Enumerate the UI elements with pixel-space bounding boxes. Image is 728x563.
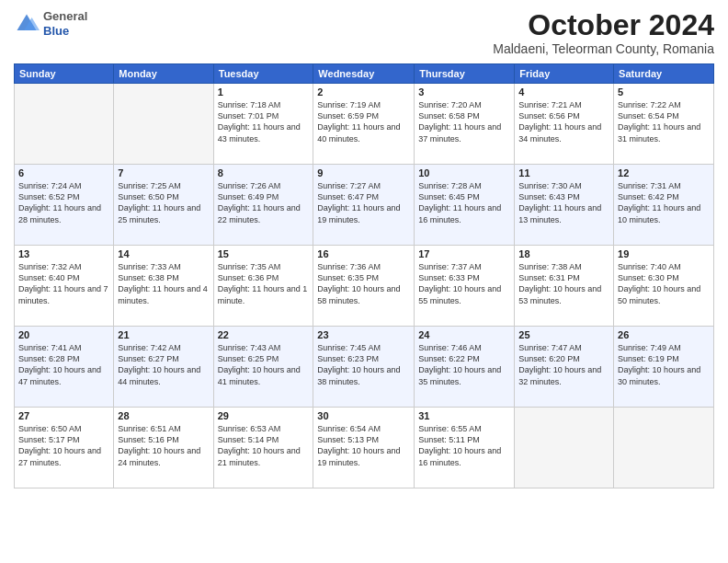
day-number: 31 [418, 410, 510, 421]
day-info: Sunrise: 7:28 AMSunset: 6:45 PMDaylight:… [418, 180, 510, 225]
day-number: 10 [418, 167, 510, 178]
day-info: Sunrise: 7:22 AMSunset: 6:54 PMDaylight:… [618, 99, 710, 144]
calendar-cell: 11Sunrise: 7:30 AMSunset: 6:43 PMDayligh… [515, 165, 614, 246]
calendar-cell: 23Sunrise: 7:45 AMSunset: 6:23 PMDayligh… [313, 327, 415, 408]
logo-icon [14, 11, 40, 37]
day-info: Sunrise: 7:24 AMSunset: 6:52 PMDaylight:… [18, 180, 109, 225]
calendar-cell: 21Sunrise: 7:42 AMSunset: 6:27 PMDayligh… [114, 327, 213, 408]
calendar-cell: 9Sunrise: 7:27 AMSunset: 6:47 PMDaylight… [313, 165, 415, 246]
weekday-header-tuesday: Tuesday [213, 64, 313, 84]
day-info: Sunrise: 7:21 AMSunset: 6:56 PMDaylight:… [518, 99, 609, 144]
day-number: 13 [18, 248, 109, 259]
calendar-cell: 16Sunrise: 7:36 AMSunset: 6:35 PMDayligh… [313, 246, 415, 327]
day-number: 1 [218, 86, 310, 98]
day-number: 6 [18, 167, 109, 178]
day-number: 12 [618, 167, 710, 178]
calendar-cell [15, 84, 114, 165]
day-info: Sunrise: 7:38 AMSunset: 6:31 PMDaylight:… [518, 261, 609, 306]
weekday-header-friday: Friday [515, 64, 614, 84]
day-number: 22 [218, 329, 310, 340]
day-info: Sunrise: 7:25 AMSunset: 6:50 PMDaylight:… [118, 180, 209, 225]
day-info: Sunrise: 7:27 AMSunset: 6:47 PMDaylight:… [317, 180, 410, 225]
day-number: 20 [18, 329, 109, 340]
day-info: Sunrise: 7:37 AMSunset: 6:33 PMDaylight:… [418, 261, 510, 306]
day-number: 8 [218, 167, 310, 178]
day-number: 5 [618, 86, 710, 98]
weekday-header-sunday: Sunday [15, 64, 114, 84]
calendar-cell: 13Sunrise: 7:32 AMSunset: 6:40 PMDayligh… [15, 246, 114, 327]
calendar-cell: 5Sunrise: 7:22 AMSunset: 6:54 PMDaylight… [614, 84, 714, 165]
weekday-header-saturday: Saturday [614, 64, 714, 84]
calendar-cell [515, 408, 614, 488]
calendar-cell: 7Sunrise: 7:25 AMSunset: 6:50 PMDaylight… [114, 165, 213, 246]
day-info: Sunrise: 7:36 AMSunset: 6:35 PMDaylight:… [317, 261, 410, 306]
calendar-cell: 24Sunrise: 7:46 AMSunset: 6:22 PMDayligh… [415, 327, 515, 408]
day-info: Sunrise: 7:26 AMSunset: 6:49 PMDaylight:… [218, 180, 310, 225]
day-info: Sunrise: 7:47 AMSunset: 6:20 PMDaylight:… [518, 342, 609, 387]
day-number: 18 [518, 248, 609, 259]
calendar-cell: 1Sunrise: 7:18 AMSunset: 7:01 PMDaylight… [213, 84, 313, 165]
title-area: October 2024 Maldaeni, Teleorman County,… [493, 9, 714, 56]
weekday-header-thursday: Thursday [415, 64, 515, 84]
day-info: Sunrise: 7:20 AMSunset: 6:58 PMDaylight:… [418, 99, 510, 144]
day-info: Sunrise: 7:32 AMSunset: 6:40 PMDaylight:… [18, 261, 109, 306]
day-info: Sunrise: 7:46 AMSunset: 6:22 PMDaylight:… [418, 342, 510, 387]
day-number: 28 [118, 410, 209, 421]
calendar-week-row: 1Sunrise: 7:18 AMSunset: 7:01 PMDaylight… [15, 84, 714, 165]
calendar-week-row: 27Sunrise: 6:50 AMSunset: 5:17 PMDayligh… [15, 408, 714, 488]
weekday-header-monday: Monday [114, 64, 213, 84]
header: General Blue October 2024 Maldaeni, Tele… [14, 9, 714, 56]
day-info: Sunrise: 6:55 AMSunset: 5:11 PMDaylight:… [418, 423, 510, 468]
calendar-cell: 22Sunrise: 7:43 AMSunset: 6:25 PMDayligh… [213, 327, 313, 408]
day-number: 27 [18, 410, 109, 421]
calendar-cell [114, 84, 213, 165]
month-title: October 2024 [493, 9, 714, 41]
day-number: 19 [618, 248, 710, 259]
day-info: Sunrise: 7:49 AMSunset: 6:19 PMDaylight:… [618, 342, 710, 387]
calendar-cell: 3Sunrise: 7:20 AMSunset: 6:58 PMDaylight… [415, 84, 515, 165]
day-info: Sunrise: 7:43 AMSunset: 6:25 PMDaylight:… [218, 342, 310, 387]
day-info: Sunrise: 7:41 AMSunset: 6:28 PMDaylight:… [18, 342, 109, 387]
logo: General Blue [14, 9, 87, 38]
calendar-cell: 6Sunrise: 7:24 AMSunset: 6:52 PMDaylight… [15, 165, 114, 246]
logo-text: General Blue [43, 9, 87, 38]
day-number: 26 [618, 329, 710, 340]
day-info: Sunrise: 7:40 AMSunset: 6:30 PMDaylight:… [618, 261, 710, 306]
day-number: 7 [118, 167, 209, 178]
calendar-cell: 15Sunrise: 7:35 AMSunset: 6:36 PMDayligh… [213, 246, 313, 327]
day-info: Sunrise: 6:50 AMSunset: 5:17 PMDaylight:… [18, 423, 109, 468]
day-info: Sunrise: 7:42 AMSunset: 6:27 PMDaylight:… [118, 342, 209, 387]
calendar-cell: 28Sunrise: 6:51 AMSunset: 5:16 PMDayligh… [114, 408, 213, 488]
calendar-cell: 8Sunrise: 7:26 AMSunset: 6:49 PMDaylight… [213, 165, 313, 246]
day-info: Sunrise: 6:54 AMSunset: 5:13 PMDaylight:… [317, 423, 410, 468]
calendar-cell: 31Sunrise: 6:55 AMSunset: 5:11 PMDayligh… [415, 408, 515, 488]
location-subtitle: Maldaeni, Teleorman County, Romania [493, 41, 714, 56]
calendar-cell: 25Sunrise: 7:47 AMSunset: 6:20 PMDayligh… [515, 327, 614, 408]
day-info: Sunrise: 7:30 AMSunset: 6:43 PMDaylight:… [518, 180, 609, 225]
day-number: 29 [218, 410, 310, 421]
day-info: Sunrise: 7:31 AMSunset: 6:42 PMDaylight:… [618, 180, 710, 225]
day-number: 16 [317, 248, 410, 259]
calendar-cell: 29Sunrise: 6:53 AMSunset: 5:14 PMDayligh… [213, 408, 313, 488]
day-info: Sunrise: 6:51 AMSunset: 5:16 PMDaylight:… [118, 423, 209, 468]
calendar-cell: 17Sunrise: 7:37 AMSunset: 6:33 PMDayligh… [415, 246, 515, 327]
calendar-cell: 20Sunrise: 7:41 AMSunset: 6:28 PMDayligh… [15, 327, 114, 408]
calendar-cell: 30Sunrise: 6:54 AMSunset: 5:13 PMDayligh… [313, 408, 415, 488]
day-info: Sunrise: 6:53 AMSunset: 5:14 PMDaylight:… [218, 423, 310, 468]
calendar-cell: 10Sunrise: 7:28 AMSunset: 6:45 PMDayligh… [415, 165, 515, 246]
day-number: 24 [418, 329, 510, 340]
page: General Blue October 2024 Maldaeni, Tele… [0, 0, 728, 563]
day-number: 3 [418, 86, 510, 98]
calendar-week-row: 20Sunrise: 7:41 AMSunset: 6:28 PMDayligh… [15, 327, 714, 408]
day-number: 30 [317, 410, 410, 421]
day-number: 9 [317, 167, 410, 178]
day-number: 11 [518, 167, 609, 178]
logo-blue: Blue [43, 24, 87, 39]
day-number: 4 [518, 86, 609, 98]
day-number: 23 [317, 329, 410, 340]
calendar-week-row: 13Sunrise: 7:32 AMSunset: 6:40 PMDayligh… [15, 246, 714, 327]
calendar-cell: 18Sunrise: 7:38 AMSunset: 6:31 PMDayligh… [515, 246, 614, 327]
calendar-cell [614, 408, 714, 488]
day-info: Sunrise: 7:45 AMSunset: 6:23 PMDaylight:… [317, 342, 410, 387]
calendar-week-row: 6Sunrise: 7:24 AMSunset: 6:52 PMDaylight… [15, 165, 714, 246]
